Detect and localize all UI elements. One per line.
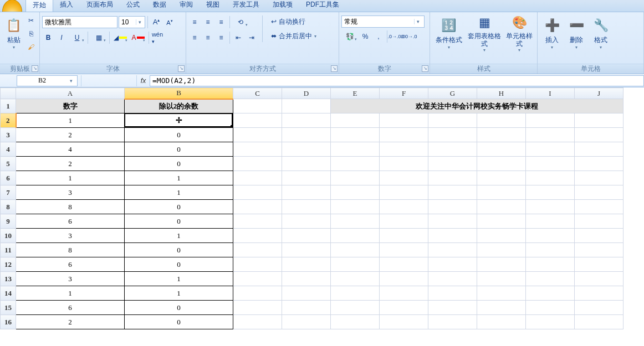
cell-G8[interactable] [428, 200, 477, 214]
cell-C10[interactable] [233, 229, 282, 243]
cell-D8[interactable] [282, 200, 331, 214]
cell-H10[interactable] [477, 229, 526, 243]
cell-H2[interactable] [477, 113, 526, 128]
row-header-11[interactable]: 11 [1, 243, 16, 257]
grow-font-button[interactable]: A▴ [150, 16, 162, 28]
clipboard-launcher[interactable]: ↘ [32, 65, 38, 72]
cell-I10[interactable] [526, 229, 575, 243]
cell-H15[interactable] [477, 301, 526, 315]
cell-J15[interactable] [575, 301, 623, 315]
tab-视图[interactable]: 视图 [200, 0, 226, 12]
cell-styles-button[interactable]: 🎨 单元格样式 ▾ [504, 13, 535, 53]
cell-F7[interactable] [380, 185, 428, 200]
cell-D13[interactable] [282, 272, 331, 286]
chevron-down-icon[interactable]: ▾ [136, 19, 144, 25]
cell-E9[interactable] [331, 214, 380, 229]
cell-C9[interactable] [233, 214, 282, 229]
cell-I13[interactable] [526, 272, 575, 286]
cell-B16[interactable]: 0 [125, 315, 233, 329]
cell-J11[interactable] [575, 243, 623, 257]
cell-H14[interactable] [477, 286, 526, 301]
cell-B8[interactable]: 0 [125, 200, 233, 214]
cell-D14[interactable] [282, 286, 331, 301]
font-color-button[interactable]: A [130, 32, 146, 44]
cell-J4[interactable] [575, 142, 623, 157]
cell-C6[interactable] [233, 171, 282, 185]
fx-button[interactable]: fx [136, 75, 150, 86]
cell-G9[interactable] [428, 214, 477, 229]
cell-F16[interactable] [380, 315, 428, 329]
cell-F2[interactable] [380, 113, 428, 128]
cell-H8[interactable] [477, 200, 526, 214]
tab-插入[interactable]: 插入 [53, 0, 80, 12]
border-button[interactable]: ▦ [90, 32, 107, 44]
cell-B5[interactable]: 0 [125, 157, 233, 171]
cell-B11[interactable]: 0 [125, 243, 233, 257]
cell-E2[interactable] [331, 113, 380, 128]
cell-H13[interactable] [477, 272, 526, 286]
row-header-15[interactable]: 15 [1, 301, 16, 315]
col-header-H[interactable]: H [477, 88, 526, 99]
font-size-input[interactable] [119, 18, 136, 26]
cell-B1[interactable]: 除以2的余数 [125, 99, 233, 113]
row-header-10[interactable]: 10 [1, 229, 16, 243]
cell-D16[interactable] [282, 315, 331, 329]
banner-cell[interactable]: 欢迎关注中华会计网校实务畅学卡课程 [331, 99, 623, 113]
comma-button[interactable]: , [372, 30, 385, 43]
cell-A16[interactable]: 2 [16, 315, 125, 329]
cell-C13[interactable] [233, 272, 282, 286]
cell-A9[interactable]: 6 [16, 214, 125, 229]
cell-I2[interactable] [526, 113, 575, 128]
cut-button[interactable]: ✂ [25, 14, 37, 27]
number-format-combo[interactable]: ▾ [341, 16, 425, 28]
cell-B15[interactable]: 0 [125, 301, 233, 315]
cell-D6[interactable] [282, 171, 331, 185]
cell-C11[interactable] [233, 243, 282, 257]
align-center-button[interactable]: ≡ [202, 32, 214, 44]
cell-A3[interactable]: 2 [16, 128, 125, 142]
col-header-B[interactable]: B [125, 88, 233, 99]
row-header-3[interactable]: 3 [1, 128, 16, 142]
cell-E13[interactable] [331, 272, 380, 286]
cell-I12[interactable] [526, 257, 575, 272]
row-header-16[interactable]: 16 [1, 315, 16, 329]
cell-G11[interactable] [428, 243, 477, 257]
decrease-decimal-button[interactable]: .00→.0 [403, 30, 415, 43]
font-launcher[interactable]: ↘ [178, 65, 185, 72]
tab-开发工具[interactable]: 开发工具 [226, 0, 266, 12]
cell-J10[interactable] [575, 229, 623, 243]
cell-F13[interactable] [380, 272, 428, 286]
cell-B9[interactable]: 0 [125, 214, 233, 229]
office-button[interactable] [2, 0, 22, 12]
cell-F3[interactable] [380, 128, 428, 142]
cell-E4[interactable] [331, 142, 380, 157]
cell-A12[interactable]: 6 [16, 257, 125, 272]
tab-公式[interactable]: 公式 [120, 0, 146, 12]
cell-G4[interactable] [428, 142, 477, 157]
format-painter-button[interactable]: 🖌 [25, 41, 37, 53]
align-bottom-button[interactable]: ≡ [215, 16, 227, 28]
align-right-button[interactable]: ≡ [215, 32, 227, 44]
cell-F9[interactable] [380, 214, 428, 229]
shrink-font-button[interactable]: A▾ [163, 16, 176, 28]
cell-D1[interactable] [282, 99, 331, 113]
cell-C12[interactable] [233, 257, 282, 272]
tab-开始[interactable]: 开始 [25, 0, 53, 12]
grid[interactable]: ABCDEFGHIJ1数字除以2的余数欢迎关注中华会计网校实务畅学卡课程2132… [0, 87, 644, 329]
align-launcher[interactable]: ↘ [331, 65, 338, 72]
cell-H9[interactable] [477, 214, 526, 229]
cell-C5[interactable] [233, 157, 282, 171]
cell-C15[interactable] [233, 301, 282, 315]
row-header-6[interactable]: 6 [1, 171, 16, 185]
col-header-A[interactable]: A [16, 88, 125, 99]
cell-B6[interactable]: 1 [125, 171, 233, 185]
format-cells-button[interactable]: 🔧 格式 ▾ [589, 13, 613, 53]
col-header-J[interactable]: J [575, 88, 623, 99]
insert-cells-button[interactable]: ➕ 插入 ▾ [540, 13, 564, 53]
align-top-button[interactable]: ≡ [188, 16, 201, 28]
tab-数据[interactable]: 数据 [146, 0, 173, 12]
font-name-input[interactable] [43, 18, 130, 26]
number-launcher[interactable]: ↘ [422, 65, 428, 72]
cell-F11[interactable] [380, 243, 428, 257]
cell-J2[interactable] [575, 113, 623, 128]
